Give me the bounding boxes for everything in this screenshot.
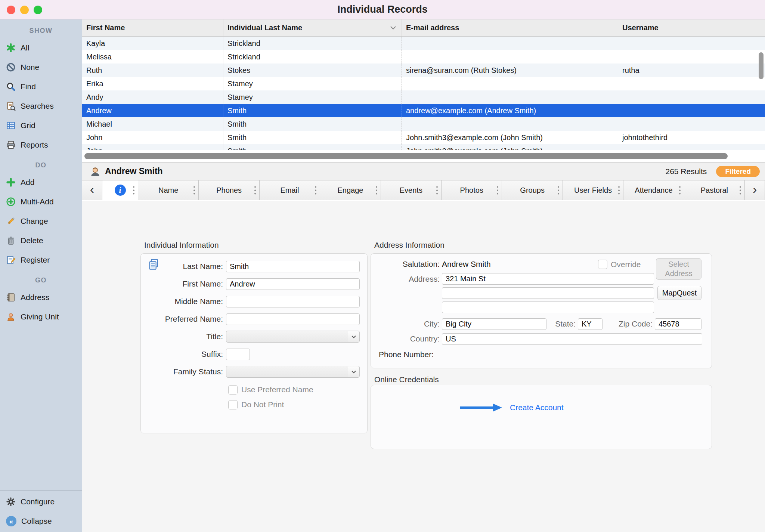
tab-menu-dots-icon[interactable] — [740, 185, 741, 195]
cell-email — [402, 77, 618, 90]
sidebar-item-none[interactable]: None — [0, 58, 82, 77]
grid-icon — [6, 121, 16, 130]
use-preferred-name-checkbox-label: Use Preferred Name — [241, 385, 313, 394]
tab-engage[interactable]: Engage — [320, 180, 381, 200]
tab-attendance[interactable]: Attendance — [623, 180, 684, 200]
sidebar-item-delete[interactable]: Delete — [0, 231, 82, 250]
horizontal-scrollbar-track[interactable] — [82, 150, 765, 162]
first-name-input[interactable] — [226, 278, 360, 290]
tab-photos[interactable]: Photos — [442, 180, 502, 200]
tab-menu-dots-icon[interactable] — [558, 185, 559, 195]
zoom-window-button[interactable] — [34, 6, 42, 14]
table-row[interactable]: Andy Stamey — [82, 90, 765, 104]
cell-first-name: Kayla — [82, 37, 223, 50]
override-checkbox[interactable] — [598, 260, 607, 269]
city-input[interactable] — [442, 318, 546, 330]
table-row[interactable]: Kayla Strickland — [82, 37, 765, 50]
sidebar-item-add[interactable]: Add — [0, 173, 82, 192]
online-credentials-title: Online Credentials — [374, 375, 439, 384]
tab-groups[interactable]: Groups — [502, 180, 563, 200]
select-address-button[interactable]: Select Address — [656, 258, 701, 280]
column-header-email[interactable]: E-mail address — [402, 19, 618, 36]
tab-menu-dots-icon[interactable] — [315, 185, 316, 195]
zip-code-input[interactable] — [655, 318, 701, 330]
sidebar-item-label: Giving Unit — [21, 312, 59, 321]
tab-name[interactable]: Name — [138, 180, 199, 200]
table-row-selected[interactable]: Andrew Smith andrew@example.com (Andrew … — [82, 104, 765, 117]
address-line3-input[interactable] — [442, 301, 654, 313]
table-row[interactable]: Melissa Strickland — [82, 50, 765, 64]
state-input[interactable] — [578, 318, 603, 330]
circle-slash-icon — [6, 62, 16, 72]
last-name-input[interactable] — [226, 261, 360, 272]
horizontal-scrollbar-thumb[interactable] — [84, 153, 728, 159]
table-row[interactable]: Erika Stamey — [82, 77, 765, 90]
address-line1-input[interactable] — [442, 273, 654, 285]
table-row[interactable]: Ruth Stokes sirena@suran.com (Ruth Stoke… — [82, 64, 765, 77]
preferred-name-input[interactable] — [226, 313, 360, 325]
sidebar-item-collapse[interactable]: « Collapse — [0, 511, 82, 531]
address-label: Address: — [371, 275, 440, 284]
copy-icon[interactable] — [148, 258, 160, 271]
sidebar-item-multi-add[interactable]: Multi-Add — [0, 192, 82, 211]
sidebar-item-change[interactable]: Change — [0, 211, 82, 231]
mapquest-button[interactable]: MapQuest — [657, 286, 701, 300]
title-select[interactable] — [226, 331, 360, 343]
individual-info-box: Last Name: First Name: Middle Name: Pref… — [140, 253, 368, 433]
sidebar-item-label: Configure — [21, 497, 55, 506]
sidebar-item-all[interactable]: All — [0, 38, 82, 58]
tab-events[interactable]: Events — [381, 180, 442, 200]
tab-menu-dots-icon[interactable] — [133, 185, 134, 195]
sidebar-item-register[interactable]: Register — [0, 250, 82, 270]
family-status-select[interactable] — [226, 366, 360, 378]
close-window-button[interactable] — [7, 6, 15, 14]
do-not-print-checkbox[interactable] — [228, 400, 238, 409]
results-count: 265 Results — [665, 167, 707, 176]
cell-last-name: Smith — [223, 104, 402, 117]
tabs-scroll-right-button[interactable]: › — [745, 180, 765, 200]
filtered-badge[interactable]: Filtered — [716, 166, 760, 177]
individual-info-title: Individual Information — [144, 241, 219, 250]
sidebar-item-configure[interactable]: Configure — [0, 492, 82, 511]
tabs-scroll-left-button[interactable]: ‹ — [82, 180, 102, 200]
vertical-scrollbar[interactable] — [759, 52, 764, 79]
create-account-link[interactable]: Create Account — [510, 403, 564, 412]
tab-email[interactable]: Email — [260, 180, 320, 200]
tab-menu-dots-icon[interactable] — [618, 185, 620, 195]
country-label: Country: — [371, 334, 440, 343]
tab-phones[interactable]: Phones — [199, 180, 259, 200]
sidebar-item-searches[interactable]: Searches — [0, 96, 82, 116]
tab-menu-dots-icon[interactable] — [497, 185, 498, 195]
column-header-last-name[interactable]: Individual Last Name — [223, 19, 402, 36]
sidebar-item-address[interactable]: Address — [0, 288, 82, 307]
table-row-partial[interactable]: John Smith John.smith2@example.com (John… — [82, 144, 765, 150]
sidebar-item-grid[interactable]: Grid — [0, 116, 82, 135]
salutation-value: Andrew Smith — [442, 260, 491, 269]
tab-bar: ‹ i Name Phones Email Engage Events Phot… — [82, 180, 765, 200]
tab-menu-dots-icon[interactable] — [376, 185, 377, 195]
middle-name-input[interactable] — [226, 296, 360, 307]
sidebar-item-reports[interactable]: Reports — [0, 135, 82, 155]
tab-menu-dots-icon[interactable] — [254, 185, 256, 195]
use-preferred-name-checkbox[interactable] — [228, 385, 238, 395]
minimize-window-button[interactable] — [20, 6, 29, 14]
table-row[interactable]: John Smith John.smith3@example.com (John… — [82, 131, 765, 144]
address-line2-input[interactable] — [442, 287, 654, 299]
tab-menu-dots-icon[interactable] — [679, 185, 681, 195]
sidebar-item-find[interactable]: Find — [0, 77, 82, 96]
tab-user-fields[interactable]: User Fields — [563, 180, 623, 200]
tab-menu-dots-icon[interactable] — [193, 185, 195, 195]
individual-records-window: Individual Records SHOW All None Find Se… — [0, 0, 765, 532]
tab-menu-dots-icon[interactable] — [436, 185, 438, 195]
country-input[interactable] — [442, 333, 702, 345]
column-header-first-name[interactable]: First Name — [82, 19, 223, 36]
tab-info-selected[interactable]: i — [102, 180, 138, 200]
tab-pastoral[interactable]: Pastoral — [684, 180, 745, 200]
table-row[interactable]: Michael Smith — [82, 117, 765, 131]
column-header-username[interactable]: Username — [618, 19, 765, 36]
sidebar-item-giving-unit[interactable]: Giving Unit — [0, 307, 82, 327]
suffix-input[interactable] — [226, 349, 250, 360]
sidebar-section-go: GO — [0, 273, 82, 288]
sidebar-section-show: SHOW — [0, 23, 82, 38]
collapse-chevrons-icon: « — [6, 516, 16, 526]
